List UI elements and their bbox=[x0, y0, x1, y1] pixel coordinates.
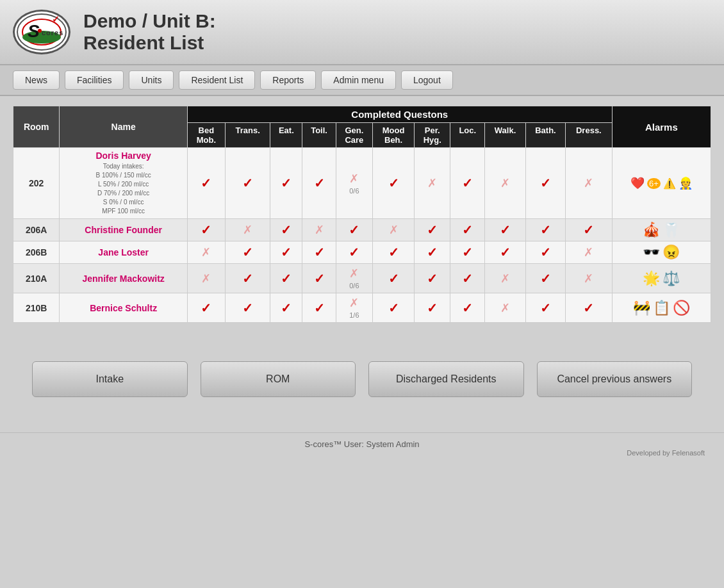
check-cell[interactable]: ✓ bbox=[270, 293, 302, 323]
nav-logout[interactable]: Logout bbox=[401, 70, 453, 90]
check-cell[interactable]: ✗ bbox=[485, 293, 526, 323]
room-cell: 206A bbox=[13, 219, 60, 241]
check-cell[interactable]: ✓ bbox=[270, 148, 302, 219]
check-cell[interactable]: ✓ bbox=[450, 264, 485, 293]
resident-table: Room Name Completed Questons Alarms BedM… bbox=[13, 106, 711, 323]
alarms-cell[interactable]: 🎪🦷 bbox=[612, 219, 711, 241]
check-cell[interactable]: ✓ bbox=[302, 241, 336, 264]
resident-name[interactable]: Christine Founder bbox=[85, 225, 162, 235]
header-completed: Completed Questons bbox=[187, 106, 612, 123]
nav-reports[interactable]: Reports bbox=[260, 70, 316, 90]
name-cell: Christine Founder bbox=[60, 219, 187, 241]
footer-text: S-cores™ User: System Admin bbox=[304, 439, 419, 449]
check-cell[interactable]: ✓ bbox=[372, 264, 414, 293]
nav-admin-menu[interactable]: Admin menu bbox=[321, 70, 396, 90]
check-cell[interactable]: ✓ bbox=[450, 241, 485, 264]
name-cell: Doris HarveyToday intakes:B 100% / 150 m… bbox=[60, 148, 187, 219]
check-cell[interactable]: ✗ bbox=[566, 148, 613, 219]
check-cell[interactable]: ✓ bbox=[187, 219, 225, 241]
check-cell[interactable]: ✓ bbox=[415, 264, 450, 293]
check-cell[interactable]: ✓ bbox=[525, 264, 565, 293]
header: S cores ✓ ™ Demo / Unit B: Resident List bbox=[0, 0, 724, 65]
check-cell[interactable]: ✓ bbox=[225, 264, 270, 293]
check-cell[interactable]: ✗1/6 bbox=[336, 293, 372, 323]
check-cell[interactable]: ✗0/6 bbox=[336, 264, 372, 293]
intake-button[interactable]: Intake bbox=[32, 361, 188, 397]
intake-info: Today intakes:B 100% / 150 ml/ccL 50% / … bbox=[63, 162, 183, 216]
check-cell[interactable]: ✗ bbox=[485, 148, 526, 219]
check-cell[interactable]: ✓ bbox=[450, 293, 485, 323]
svg-text:cores: cores bbox=[42, 29, 63, 37]
check-cell[interactable]: ✓ bbox=[225, 148, 270, 219]
check-cell[interactable]: ✓ bbox=[302, 264, 336, 293]
check-cell[interactable]: ✓ bbox=[187, 148, 225, 219]
col-trans: Trans. bbox=[225, 123, 270, 148]
check-cell[interactable]: ✓ bbox=[270, 264, 302, 293]
check-cell[interactable]: ✓ bbox=[372, 241, 414, 264]
check-cell[interactable]: ✓ bbox=[566, 293, 613, 323]
check-cell[interactable]: ✓ bbox=[450, 148, 485, 219]
check-cell[interactable]: ✓ bbox=[525, 293, 565, 323]
nav-resident-list[interactable]: Resident List bbox=[179, 70, 255, 90]
discharged-residents-button[interactable]: Discharged Residents bbox=[368, 361, 524, 397]
check-cell[interactable]: ✓ bbox=[187, 293, 225, 323]
alarm-icons: 🎪🦷 bbox=[616, 222, 707, 238]
col-per-hyg: Per.Hyg. bbox=[415, 123, 450, 148]
check-cell[interactable]: ✓ bbox=[525, 241, 565, 264]
col-gen-care: Gen.Care bbox=[336, 123, 372, 148]
check-cell[interactable]: ✓ bbox=[485, 241, 526, 264]
check-cell[interactable]: ✓ bbox=[302, 293, 336, 323]
check-cell[interactable]: ✓ bbox=[525, 148, 565, 219]
resident-name[interactable]: Jennifer Mackowitz bbox=[82, 274, 164, 284]
check-cell[interactable]: ✓ bbox=[372, 293, 414, 323]
nav-facilities[interactable]: Facilities bbox=[65, 70, 124, 90]
nav-news[interactable]: News bbox=[13, 70, 60, 90]
alarms-cell[interactable]: 🌟⚖️ bbox=[612, 264, 711, 293]
check-cell[interactable]: ✗ bbox=[302, 219, 336, 241]
rom-button[interactable]: ROM bbox=[201, 361, 356, 397]
col-dress: Dress. bbox=[566, 123, 613, 148]
check-cell[interactable]: ✓ bbox=[450, 219, 485, 241]
check-cell[interactable]: ✓ bbox=[485, 219, 526, 241]
resident-name[interactable]: Doris Harvey bbox=[95, 151, 151, 161]
room-cell: 210B bbox=[13, 293, 60, 323]
check-cell[interactable]: ✓ bbox=[270, 241, 302, 264]
check-cell[interactable]: ✗ bbox=[566, 264, 613, 293]
col-walk: Walk. bbox=[485, 123, 526, 148]
alarms-cell[interactable]: ❤️6+⚠️👷 bbox=[612, 148, 711, 219]
check-cell[interactable]: ✓ bbox=[336, 241, 372, 264]
alarms-cell[interactable]: 🚧📋🚫 bbox=[612, 293, 711, 323]
col-name: Name bbox=[60, 106, 187, 148]
cancel-previous-answers-button[interactable]: Cancel previous answers bbox=[537, 361, 693, 397]
resident-name[interactable]: Bernice Schultz bbox=[90, 303, 157, 313]
table-row: 210BBernice Schultz✓✓✓✓✗1/6✓✓✓✗✓✓🚧📋🚫 bbox=[13, 293, 711, 323]
resident-name[interactable]: Jane Loster bbox=[98, 247, 149, 257]
name-cell: Jane Loster bbox=[60, 241, 187, 264]
check-cell[interactable]: ✓ bbox=[415, 293, 450, 323]
check-cell[interactable]: ✗ bbox=[566, 241, 613, 264]
nav-units[interactable]: Units bbox=[129, 70, 174, 90]
check-cell[interactable]: ✗ bbox=[372, 219, 414, 241]
check-cell[interactable]: ✓ bbox=[566, 219, 613, 241]
check-cell[interactable]: ✓ bbox=[415, 241, 450, 264]
alarms-cell[interactable]: 🕶️😠 bbox=[612, 241, 711, 264]
check-cell[interactable]: ✗ bbox=[225, 219, 270, 241]
check-cell[interactable]: ✗ bbox=[415, 148, 450, 219]
check-cell[interactable]: ✓ bbox=[302, 148, 336, 219]
check-cell[interactable]: ✗ bbox=[187, 241, 225, 264]
col-loc: Loc. bbox=[450, 123, 485, 148]
check-cell[interactable]: ✗ bbox=[485, 264, 526, 293]
check-cell[interactable]: ✓ bbox=[225, 241, 270, 264]
col-bed-mob: BedMob. bbox=[187, 123, 225, 148]
check-cell[interactable]: ✓ bbox=[525, 219, 565, 241]
check-cell[interactable]: ✓ bbox=[415, 219, 450, 241]
action-buttons: Intake ROM Discharged Residents Cancel p… bbox=[13, 361, 711, 397]
check-cell[interactable]: ✓ bbox=[225, 293, 270, 323]
page-title: Demo / Unit B: Resident List bbox=[83, 10, 216, 54]
check-cell[interactable]: ✓ bbox=[336, 219, 372, 241]
check-cell[interactable]: ✗0/6 bbox=[336, 148, 372, 219]
table-row: 206BJane Loster✗✓✓✓✓✓✓✓✓✓✗🕶️😠 bbox=[13, 241, 711, 264]
check-cell[interactable]: ✓ bbox=[270, 219, 302, 241]
check-cell[interactable]: ✓ bbox=[372, 148, 414, 219]
check-cell[interactable]: ✗ bbox=[187, 264, 225, 293]
